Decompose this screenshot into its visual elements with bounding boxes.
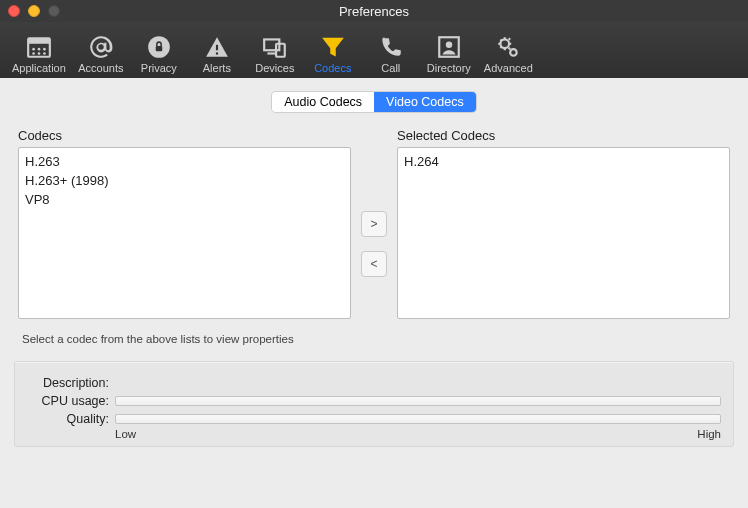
move-right-button[interactable]: > (361, 211, 387, 237)
svg-rect-10 (216, 45, 218, 50)
list-item[interactable]: H.264 (404, 152, 723, 171)
svg-rect-11 (216, 52, 218, 54)
codec-tabs: Audio Codecs Video Codecs (14, 92, 734, 112)
available-codecs-label: Codecs (18, 128, 351, 143)
cpu-usage-label: CPU usage: (27, 394, 109, 408)
toolbar-label: Advanced (484, 62, 533, 74)
window-title: Preferences (0, 4, 748, 19)
svg-point-7 (43, 52, 46, 55)
properties-hint: Select a codec from the above lists to v… (22, 333, 734, 345)
toolbar-directory[interactable]: Directory (420, 32, 478, 75)
quality-bar (115, 414, 721, 424)
preferences-toolbar: Application Accounts Privacy Alerts Devi… (0, 22, 748, 78)
svg-point-2 (32, 48, 35, 51)
toolbar-call[interactable]: Call (362, 32, 420, 75)
content-pane: Audio Codecs Video Codecs Codecs H.263 H… (0, 78, 748, 508)
selected-codecs-label: Selected Codecs (397, 128, 730, 143)
toolbar-label: Call (381, 62, 400, 74)
devices-icon (262, 34, 288, 60)
lock-icon (146, 34, 172, 60)
toolbar-label: Privacy (141, 62, 177, 74)
svg-rect-14 (267, 52, 276, 54)
at-sign-icon (88, 34, 114, 60)
toolbar-alerts[interactable]: Alerts (188, 32, 246, 75)
tab-video-codecs[interactable]: Video Codecs (374, 92, 476, 112)
funnel-icon (320, 34, 346, 60)
toolbar-label: Accounts (78, 62, 123, 74)
description-label: Description: (27, 376, 109, 390)
svg-rect-9 (156, 46, 163, 51)
codec-properties: Description: CPU usage: Quality: Low Hig… (14, 361, 734, 447)
scale-low: Low (115, 428, 136, 440)
toolbar-privacy[interactable]: Privacy (130, 32, 188, 75)
gears-icon (495, 34, 521, 60)
calendar-icon (26, 34, 52, 60)
tab-audio-codecs[interactable]: Audio Codecs (272, 92, 374, 112)
toolbar-devices[interactable]: Devices (246, 32, 304, 75)
warning-icon (204, 34, 230, 60)
svg-point-16 (446, 42, 453, 49)
toolbar-advanced[interactable]: Advanced (478, 32, 539, 75)
svg-point-18 (510, 49, 517, 55)
toolbar-codecs[interactable]: Codecs (304, 32, 362, 75)
toolbar-accounts[interactable]: Accounts (72, 32, 130, 75)
list-item[interactable]: H.263+ (1998) (25, 171, 344, 190)
selected-codecs-list[interactable]: H.264 (397, 147, 730, 319)
titlebar: Preferences (0, 0, 748, 22)
scale-high: High (697, 428, 721, 440)
toolbar-label: Codecs (314, 62, 351, 74)
svg-point-4 (43, 48, 46, 51)
toolbar-label: Devices (255, 62, 294, 74)
available-codecs-list[interactable]: H.263 H.263+ (1998) VP8 (18, 147, 351, 319)
user-square-icon (436, 34, 462, 60)
toolbar-label: Directory (427, 62, 471, 74)
cpu-usage-bar (115, 396, 721, 406)
list-item[interactable]: VP8 (25, 190, 344, 209)
svg-point-3 (38, 48, 41, 51)
toolbar-application[interactable]: Application (6, 32, 72, 75)
phone-icon (378, 34, 404, 60)
quality-label: Quality: (27, 412, 109, 426)
move-left-button[interactable]: < (361, 251, 387, 277)
svg-point-6 (38, 52, 41, 55)
toolbar-label: Alerts (203, 62, 231, 74)
svg-rect-1 (28, 38, 50, 43)
svg-point-5 (32, 52, 35, 55)
toolbar-label: Application (12, 62, 66, 74)
list-item[interactable]: H.263 (25, 152, 344, 171)
